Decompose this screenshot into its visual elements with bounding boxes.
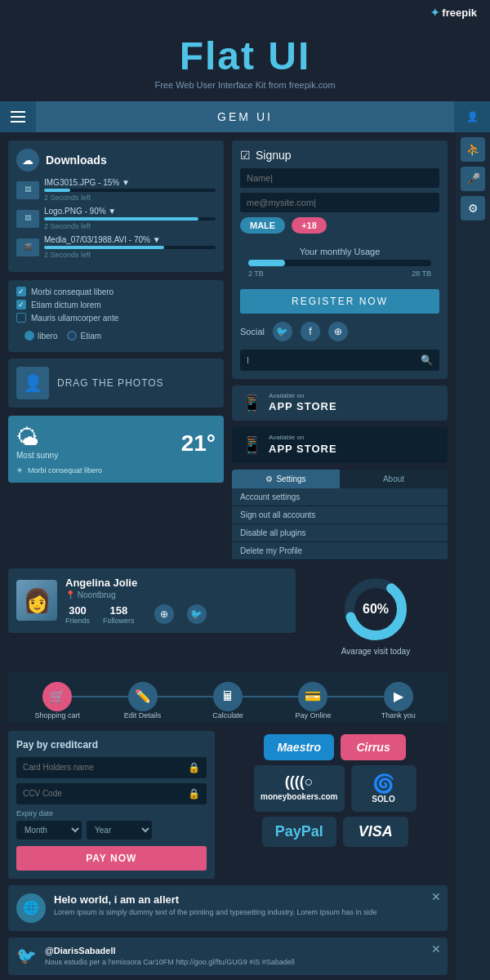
- expiry-label: Expiry date: [16, 809, 207, 817]
- followers-stat: 158 Followers: [103, 604, 135, 625]
- step-circle-3: 🖩: [213, 682, 243, 711]
- alert-box: 🌐 Helo world, i am an allert Lorem Ipsum…: [8, 885, 448, 931]
- settings-tab-about[interactable]: About: [340, 470, 448, 488]
- pay-now-button[interactable]: PAY NOW: [16, 846, 207, 871]
- settings-item-account[interactable]: Account settings: [232, 488, 448, 506]
- step-circle-5: ▶: [384, 682, 413, 711]
- step-circle-4: 💳: [298, 682, 327, 711]
- profile-location: 📍 Noontbrug: [65, 590, 287, 599]
- social-label: Social: [240, 327, 265, 336]
- moneybookers-logo: ((((○ moneybookers.com: [254, 765, 344, 812]
- dl-time-3: 2 Seconds left: [44, 251, 216, 259]
- nav-user-icon[interactable]: 👤: [454, 101, 490, 132]
- store-text-1: APP STORE: [269, 400, 337, 414]
- donut-percent: 60%: [363, 602, 389, 617]
- download-item-3: 🎬 Media_07/03/1988.AVI - 70% ▼ 2 Seconds…: [16, 235, 216, 259]
- weather-temp: 21°: [181, 430, 216, 457]
- age-toggle[interactable]: +18: [292, 217, 327, 234]
- twitter-social-icon[interactable]: 🐦: [273, 322, 292, 341]
- radio-etiam[interactable]: Etiam: [67, 331, 101, 341]
- tweet-close-button[interactable]: ✕: [431, 942, 441, 956]
- app-store-btn-1[interactable]: 📱 Available on APP STORE: [232, 385, 448, 421]
- settings-item-delete[interactable]: Delete my Profile: [232, 542, 448, 560]
- app-store-btn-2[interactable]: 📱 Available on APP STORE: [232, 427, 448, 462]
- available-text-1: Available on: [269, 392, 337, 400]
- donut-chart: 60% Avarage visit today: [333, 568, 418, 664]
- dl-name-2: Logo.PNG - 90% ▼: [44, 207, 216, 216]
- sun-icon: 🌤: [16, 424, 58, 451]
- hamburger-menu[interactable]: [0, 101, 36, 132]
- twitter-box: 🐦 @DiarisSabadell Nous estudis per a l'e…: [8, 938, 448, 976]
- maestro-logo: Maestro: [264, 734, 334, 760]
- checkbox-1[interactable]: ✓ Morbi consequat libero: [16, 287, 216, 296]
- drag-text: DRAG THE PHOTOS: [57, 377, 164, 389]
- card-name-input[interactable]: [23, 763, 173, 772]
- profile-name: Angelina Jolie: [65, 577, 287, 589]
- store-text-2: APP STORE: [269, 443, 337, 457]
- search-bar: 🔍: [240, 350, 439, 371]
- usage-title: Your monthly Usage: [248, 247, 431, 256]
- step-circle-2: ✏️: [128, 682, 158, 711]
- nav-title: GEM UI: [36, 110, 454, 123]
- search-icon[interactable]: 🔍: [421, 354, 433, 366]
- page-title: Flat UI: [0, 33, 490, 78]
- alert-globe-icon: 🌐: [16, 893, 46, 923]
- register-button[interactable]: REGISTER NOW: [240, 289, 439, 314]
- signup-title: Signup: [256, 149, 292, 162]
- dl-thumb-3: 🎬: [16, 238, 39, 256]
- checkbox-2[interactable]: ✓ Etiam dictum lorem: [16, 300, 216, 310]
- male-toggle[interactable]: MALE: [240, 217, 285, 234]
- year-select[interactable]: Year: [87, 821, 152, 840]
- ccv-lock-icon: 🔒: [188, 788, 200, 800]
- checkbox-list: ✓ Morbi consequat libero ✓ Etiam dictum …: [8, 280, 224, 352]
- alert-close-button[interactable]: ✕: [431, 890, 441, 903]
- visa-logo: VISA: [343, 817, 408, 847]
- dribbble-social-icon[interactable]: ⊕: [328, 322, 348, 341]
- ccv-input[interactable]: [23, 789, 173, 798]
- downloads-widget: ☁ Downloads 🖼 IMG3015.JPG - 15% ▼ 2 Seco…: [8, 140, 224, 272]
- checkbox-icon-1: ✓: [16, 287, 26, 296]
- profile-avatar: 👩: [16, 580, 57, 621]
- usage-end: 28 TB: [412, 270, 431, 278]
- alert-text: Lorem Ipsum is simply dummy text of the …: [54, 907, 439, 918]
- settings-item-signout[interactable]: Sign out all accounts: [232, 506, 448, 524]
- step-label-4: Pay Online: [295, 711, 331, 719]
- download-item-2: 🖼 Logo.PNG - 90% ▼ 2 Seconds left: [16, 207, 216, 230]
- radio-libero[interactable]: libero: [24, 331, 57, 341]
- page-subtitle: Free Web User Interface Kit from freepik…: [0, 80, 490, 90]
- nav-bar: GEM UI 👤: [0, 101, 490, 132]
- search-input[interactable]: [247, 355, 395, 365]
- checkbox-icon-3: [16, 313, 26, 323]
- alert-title: Helo world, i am an allert: [54, 893, 439, 906]
- usage-start: 2 TB: [248, 270, 264, 278]
- facebook-social-icon[interactable]: f: [301, 322, 320, 341]
- weather-desc: Most sunny: [16, 451, 58, 460]
- twitter-icon: 🐦: [16, 946, 37, 965]
- name-input[interactable]: [240, 168, 439, 188]
- step-label-3: Calculate: [212, 711, 243, 719]
- profile-twitter-icon[interactable]: 🐦: [187, 604, 207, 624]
- signup-check-icon: ☑: [240, 149, 251, 162]
- usage-section: Your monthly Usage 2 TB 28 TB: [240, 240, 439, 284]
- cirrus-logo: Cirrus: [341, 734, 406, 760]
- available-text-2: Available on: [269, 434, 337, 442]
- tweet-text: Nous estudis per a l'emissora Car10FM ht…: [45, 957, 295, 968]
- drag-photos[interactable]: 👤 DRAG THE PHOTOS: [8, 359, 224, 408]
- month-select[interactable]: Month: [16, 821, 82, 840]
- downloads-title: Downloads: [46, 154, 107, 167]
- email-input[interactable]: [240, 193, 439, 212]
- dl-thumb-1: 🖼: [16, 181, 39, 199]
- freepik-logo: ✦ freepik: [430, 7, 477, 19]
- profile-dribbble-icon[interactable]: ⊕: [154, 604, 174, 624]
- signup-widget: ☑ Signup MALE +18 Your monthly Usage: [232, 140, 448, 379]
- checkbox-3[interactable]: Mauris ullamcorper ante: [16, 313, 216, 323]
- dl-time-2: 2 Seconds left: [44, 222, 216, 230]
- settings-item-plugins[interactable]: Disable all plugins: [232, 524, 448, 542]
- sidebar-mic-icon[interactable]: 🎤: [461, 167, 485, 191]
- weather-widget: 🌤 Most sunny 21° ☀ Morbi consequat liber…: [8, 416, 224, 483]
- settings-tab-settings[interactable]: ⚙ Settings: [232, 470, 340, 488]
- paypal-logo: PayPal: [262, 817, 336, 847]
- sidebar-gear-icon[interactable]: ⚙: [461, 196, 485, 220]
- apple-icon-2: 📱: [242, 435, 262, 455]
- sidebar-basketball-icon[interactable]: ⛹: [461, 137, 485, 162]
